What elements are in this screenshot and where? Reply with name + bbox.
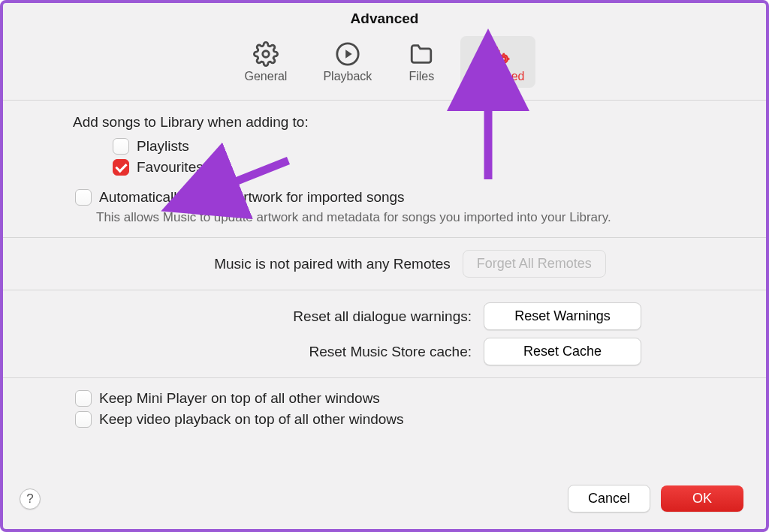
gear-icon: [252, 41, 279, 68]
preferences-toolbar: General Playback Files Advanced: [3, 36, 766, 101]
artwork-description: This allows Music to update artwork and …: [96, 210, 743, 225]
option-label: Favourites: [137, 159, 204, 176]
footer: ? Cancel OK: [3, 473, 766, 529]
reset-cache-button[interactable]: Reset Cache: [484, 338, 641, 365]
checkbox-playlists[interactable]: [113, 138, 129, 155]
checkbox-artwork[interactable]: [75, 189, 92, 206]
checkbox-mini[interactable]: [75, 390, 92, 407]
tab-general[interactable]: General: [234, 36, 297, 88]
separator: [3, 377, 766, 378]
library-heading: Add songs to Library when adding to:: [73, 114, 743, 131]
option-favourites[interactable]: Favourites: [113, 159, 743, 176]
reset-warnings-label: Reset all dialogue warnings:: [179, 308, 472, 325]
remotes-row: Music is not paired with any Remotes For…: [77, 250, 743, 278]
forget-remotes-button: Forget All Remotes: [463, 250, 606, 278]
option-mini-on-top[interactable]: Keep Mini Player on top of all other win…: [75, 390, 743, 407]
reset-cache-label: Reset Music Store cache:: [179, 344, 472, 360]
tab-advanced[interactable]: Advanced: [460, 36, 535, 88]
cancel-button[interactable]: Cancel: [568, 485, 650, 512]
tab-label: Playback: [323, 70, 372, 83]
remotes-status: Music is not paired with any Remotes: [214, 256, 451, 272]
option-playlists[interactable]: Playlists: [113, 138, 743, 155]
option-label: Playlists: [137, 138, 189, 155]
svg-marker-2: [345, 50, 352, 58]
tab-files[interactable]: Files: [397, 36, 445, 88]
separator: [3, 290, 766, 290]
tab-playback[interactable]: Playback: [312, 36, 382, 88]
svg-point-3: [490, 49, 495, 53]
checkbox-video[interactable]: [75, 411, 92, 428]
window-title: Advanced: [3, 11, 766, 27]
option-video-on-top[interactable]: Keep video playback on top of all other …: [75, 411, 743, 428]
play-circle-icon: [334, 41, 361, 68]
tab-label: Files: [409, 70, 434, 83]
reset-warnings-row: Reset all dialogue warnings: Reset Warni…: [77, 302, 743, 330]
double-gear-icon: [484, 41, 511, 68]
separator: [3, 237, 766, 238]
svg-point-0: [263, 51, 270, 58]
preferences-window: Advanced General Playback Files: [0, 0, 769, 532]
folder-icon: [408, 41, 435, 68]
help-button[interactable]: ?: [20, 488, 41, 509]
option-label: Keep video playback on top of all other …: [99, 411, 404, 428]
ok-button[interactable]: OK: [661, 485, 743, 512]
checkbox-favourites[interactable]: [113, 159, 129, 176]
tab-label: General: [244, 70, 287, 83]
reset-warnings-button[interactable]: Reset Warnings: [484, 302, 641, 330]
reset-cache-row: Reset Music Store cache: Reset Cache: [77, 338, 743, 365]
tab-label: Advanced: [471, 70, 524, 83]
option-label: Keep Mini Player on top of all other win…: [99, 390, 380, 407]
svg-point-4: [502, 57, 505, 61]
option-label: Automatically update artwork for importe…: [99, 189, 405, 206]
option-artwork[interactable]: Automatically update artwork for importe…: [75, 189, 743, 206]
window-header: Advanced General Playback Files: [3, 3, 766, 101]
advanced-pane: Add songs to Library when adding to: Pla…: [3, 101, 766, 428]
